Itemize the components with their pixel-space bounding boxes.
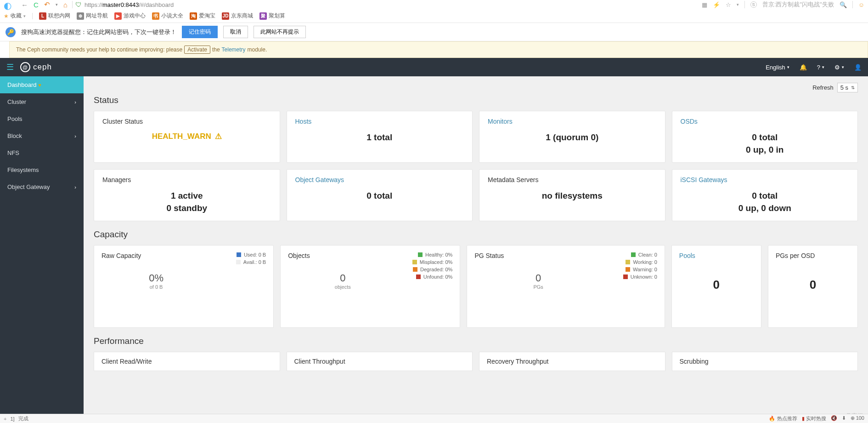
sidebar: Dashboard ♥ Cluster› Pools Block› NFS Fi… [0, 76, 84, 423]
card-link-osds[interactable]: OSDs [681, 118, 850, 125]
settings-icon[interactable]: ⚙▾ [834, 64, 844, 71]
card-metadata-servers: Metadata Servers no filesystems [479, 169, 665, 221]
browser-status-bar: + 1] 完成 🔥 热点推荐 ▮ 实时热搜 🔇 ⬇ ⊕ 100 [0, 414, 868, 423]
hot-news-button[interactable]: 🔥 热点推荐 [769, 415, 797, 422]
chevron-right-icon: › [74, 99, 76, 105]
star-icon[interactable]: ☆ [726, 1, 731, 8]
warning-icon: ⚠ [215, 131, 222, 141]
browser-toolbar: ◐ ← C ↶ ▾ ⌂ 🛡 https://master0:8443/#/das… [0, 0, 868, 9]
chevron-right-icon: › [74, 133, 76, 139]
ceph-logo[interactable]: @ ceph [20, 62, 52, 72]
language-dropdown[interactable]: English▾ [766, 64, 789, 71]
card-hosts: Hosts 1 total [287, 111, 473, 163]
bookmark-item[interactable]: JD京东商城 [222, 12, 253, 20]
section-status-title: Status [94, 95, 858, 105]
refresh-interval-select[interactable]: 5 s⇅ [837, 83, 858, 92]
card-link-pools[interactable]: Pools [679, 252, 754, 259]
dropdown-icon[interactable]: ▾ [56, 2, 58, 7]
card-cluster-status: Cluster Status HEALTH_WARN⚠ [94, 111, 280, 163]
card-osds: OSDs 0 total0 up, 0 in [672, 111, 858, 163]
ceph-logo-icon: @ [20, 62, 30, 72]
sogou-icon: S [750, 1, 757, 8]
card-raw-capacity: Raw Capacity 0%of 0 B Used: 0 B Avail.: … [94, 245, 274, 328]
home-icon[interactable]: ⌂ [63, 1, 68, 9]
password-save-banner: 🔑 搜狗高速浏览器提醒您：记住此网站密码，下次一键登录！ 记住密码 取消 此网站… [0, 23, 868, 41]
card-client-rw: Client Read/Write [94, 352, 280, 371]
browser-logo-icon: ◐ [4, 0, 17, 9]
card-scrubbing: Scrubbing [672, 352, 858, 371]
telemetry-banner: The Ceph community needs your help to co… [9, 41, 868, 58]
sidebar-item-cluster[interactable]: Cluster› [0, 93, 84, 110]
section-performance-title: Performance [94, 336, 858, 346]
card-client-throughput: Client Throughput [287, 352, 473, 371]
card-object-gateways: Object Gateways 0 total [287, 169, 473, 221]
card-monitors: Monitors 1 (quorum 0) [479, 111, 665, 163]
ceph-navbar: ☰ @ ceph English▾ 🔔 ?▾ ⚙▾ 👤 [0, 58, 868, 76]
flash-icon[interactable]: ⚡ [713, 1, 720, 8]
sidebar-item-filesystems[interactable]: Filesystems [0, 161, 84, 178]
undo-icon[interactable]: ↶ [44, 0, 50, 9]
remember-password-button[interactable]: 记住密码 [182, 26, 218, 38]
card-recovery-throughput: Recovery Throughput [479, 352, 665, 371]
card-iscsi-gateways: iSCSI Gateways 0 total0 up, 0 down [672, 169, 858, 221]
user-menu-icon[interactable]: 👤 [854, 64, 862, 71]
shield-icon: 🛡 [75, 1, 82, 8]
card-managers: Managers 1 active0 standby [94, 169, 280, 221]
reload-icon[interactable]: C [34, 1, 39, 9]
favorites-button[interactable]: ★收藏▾ [4, 12, 26, 20]
card-objects: Objects 0objects Healthy: 0% Misplaced: … [280, 245, 460, 328]
card-link-iscsi[interactable]: iSCSI Gateways [681, 176, 850, 183]
key-icon: 🔑 [6, 27, 16, 37]
sidebar-item-block[interactable]: Block› [0, 127, 84, 144]
mute-icon[interactable]: 🔇 [831, 415, 837, 422]
card-link-monitors[interactable]: Monitors [488, 118, 657, 125]
sidebar-item-nfs[interactable]: NFS [0, 144, 84, 161]
bookmark-item[interactable]: 淘爱淘宝 [190, 12, 215, 20]
bookmark-item[interactable]: ▶游戏中心 [114, 12, 146, 20]
bookmark-item[interactable]: ⊕网址导航 [77, 12, 108, 20]
zoom-icon[interactable]: ⊕ 100 [851, 415, 864, 422]
chevron-right-icon: › [74, 184, 76, 190]
help-icon[interactable]: ?▾ [817, 64, 824, 71]
refresh-label: Refresh [812, 84, 834, 91]
card-pg-status: PG Status 0PGs Clean: 0 Working: 0 Warni… [467, 245, 665, 328]
bookmarks-bar: ★收藏▾ L联想内网 ⊕网址导航 ▶游戏中心 书小说大全 淘爱淘宝 JD京东商城… [0, 9, 868, 23]
qr-icon[interactable]: ▦ [702, 1, 707, 8]
cancel-button[interactable]: 取消 [223, 26, 248, 38]
search-hint[interactable]: 普京:西方制裁"闪电战"失败 [762, 0, 834, 9]
section-capacity-title: Capacity [94, 229, 858, 240]
bookmark-item[interactable]: 聚聚划算 [259, 12, 285, 20]
main-content: Refresh 5 s⇅ Status Cluster Status HEALT… [84, 76, 868, 423]
bookmark-item[interactable]: L联想内网 [39, 12, 70, 20]
activate-button[interactable]: Activate [184, 46, 210, 54]
search-icon[interactable]: 🔍 [840, 1, 847, 8]
telemetry-link[interactable]: Telemetry [222, 46, 246, 53]
card-pgs-per-osd: PGs per OSD 0 [768, 245, 858, 328]
card-link-ogw[interactable]: Object Gateways [295, 176, 464, 183]
notifications-icon[interactable]: 🔔 [800, 64, 807, 71]
url-bar[interactable]: 🛡 https://master0:8443/#/dashboard [72, 1, 697, 8]
never-prompt-button[interactable]: 此网站不再提示 [254, 26, 306, 38]
password-banner-text: 搜狗高速浏览器提醒您：记住此网站密码，下次一键登录！ [21, 28, 176, 36]
back-icon[interactable]: ← [21, 1, 28, 9]
sidebar-item-dashboard[interactable]: Dashboard ♥ [0, 76, 84, 93]
user-icon[interactable]: ☺ [858, 1, 864, 8]
menu-toggle-icon[interactable]: ☰ [6, 62, 14, 72]
card-link-hosts[interactable]: Hosts [295, 118, 464, 125]
sidebar-item-pools[interactable]: Pools [0, 110, 84, 127]
sidebar-item-object-gateway[interactable]: Object Gateway› [0, 178, 84, 195]
live-trending-button[interactable]: ▮ 实时热搜 [802, 415, 826, 422]
more-icon[interactable]: ▾ [737, 2, 739, 7]
card-pools: Pools 0 [671, 245, 761, 328]
download-icon[interactable]: ⬇ [842, 415, 846, 422]
bookmark-item[interactable]: 书小说大全 [152, 12, 183, 20]
health-heart-icon: ♥ [38, 82, 41, 88]
health-warn-badge[interactable]: HEALTH_WARN⚠ [102, 131, 271, 141]
